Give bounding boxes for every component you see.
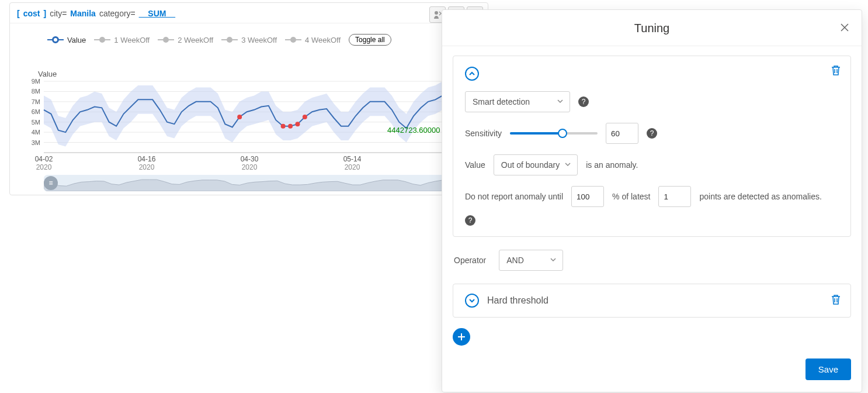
chart-plot: 3M4M5M6M7M8M9M xyxy=(26,78,470,156)
detection-method-select[interactable]: Smart detection xyxy=(465,91,570,112)
svg-text:9M: 9M xyxy=(32,78,40,85)
metric-chart-card: [ cost ] city= Manila category= __SUM__ … xyxy=(9,2,488,195)
svg-text:4M: 4M xyxy=(32,129,40,136)
boundary-select[interactable]: Out of boundary xyxy=(494,154,578,175)
delete-icon[interactable] xyxy=(831,64,841,78)
legend-dot-icon xyxy=(285,36,301,43)
svg-text:8M: 8M xyxy=(32,88,40,95)
legend-label: 2 WeekOff xyxy=(178,36,213,44)
sensitivity-input[interactable] xyxy=(606,123,638,144)
dim-category-value[interactable]: __SUM__ xyxy=(139,9,175,18)
x-tick: 04-022020 xyxy=(35,155,53,171)
legend-item-1weekoff[interactable]: 1 WeekOff xyxy=(94,36,150,44)
legend-item-2weekoff[interactable]: 2 WeekOff xyxy=(158,36,213,44)
range-handle-left[interactable]: ≡ xyxy=(44,176,58,190)
x-tick: 04-162020 xyxy=(138,155,156,171)
report-points-input[interactable] xyxy=(658,186,691,207)
legend-item-4weekoff[interactable]: 4 WeekOff xyxy=(285,36,341,44)
metric-bracket: [ xyxy=(17,9,20,18)
help-icon[interactable]: ? xyxy=(578,96,589,107)
smart-detection-section: Smart detection ? Sensitivity ? Va xyxy=(453,56,851,237)
tuning-panel: Tuning Smart detection ? xyxy=(442,9,862,392)
hard-threshold-section: Hard threshold xyxy=(453,284,851,318)
collapse-button[interactable] xyxy=(465,67,479,81)
operator-label: Operator xyxy=(454,256,486,265)
svg-point-17 xyxy=(237,115,242,119)
add-condition-button[interactable] xyxy=(453,328,470,346)
chart-header: [ cost ] city= Manila category= __SUM__ xyxy=(10,3,488,23)
chart-legend: Value 1 WeekOff 2 WeekOff 3 WeekOff 4 We… xyxy=(10,23,488,46)
hard-threshold-title: Hard threshold xyxy=(487,295,548,306)
legend-label: 4 WeekOff xyxy=(305,36,341,44)
select-value: Out of boundary xyxy=(501,160,560,170)
legend-dot-icon xyxy=(94,36,110,43)
time-range-slider[interactable]: ≡ xyxy=(44,175,481,191)
svg-text:5M: 5M xyxy=(32,119,40,126)
select-value: Smart detection xyxy=(473,97,530,106)
legend-dot-icon xyxy=(47,36,64,43)
x-tick: 04-302020 xyxy=(241,155,259,171)
svg-point-21 xyxy=(303,115,307,119)
dim-city-label: city= xyxy=(50,9,67,18)
svg-text:6M: 6M xyxy=(32,108,40,115)
dim-category-label: category= xyxy=(99,9,136,18)
select-value: AND xyxy=(506,256,524,265)
report-pct-input[interactable] xyxy=(571,186,604,207)
legend-label: Value xyxy=(67,36,86,44)
chevron-down-icon xyxy=(550,256,557,265)
report-text-mid: % of latest xyxy=(612,192,650,201)
legend-label: 1 WeekOff xyxy=(114,36,150,44)
value-label: Value xyxy=(465,160,485,170)
sensitivity-label: Sensitivity xyxy=(465,129,502,138)
svg-point-20 xyxy=(295,122,300,126)
help-icon[interactable]: ? xyxy=(647,128,657,139)
hover-tooltip-value: 4442723.60000 xyxy=(387,126,440,135)
svg-point-18 xyxy=(281,124,286,129)
operator-row: Operator AND xyxy=(454,250,850,271)
svg-point-0 xyxy=(435,11,438,15)
help-icon[interactable]: ? xyxy=(465,215,475,226)
save-button[interactable]: Save xyxy=(805,358,851,380)
legend-dot-icon xyxy=(158,36,174,43)
chevron-down-icon xyxy=(557,97,564,106)
dim-city-value[interactable]: Manila xyxy=(70,9,96,18)
delete-icon[interactable] xyxy=(831,294,841,308)
legend-dot-icon xyxy=(221,36,238,43)
expand-button[interactable] xyxy=(465,294,479,308)
chevron-down-icon xyxy=(564,160,571,170)
metric-bracket-close: ] xyxy=(43,9,46,18)
report-text-post: points are detected as anomalies. xyxy=(699,192,821,201)
svg-point-19 xyxy=(288,124,293,129)
metric-name[interactable]: cost xyxy=(23,9,40,18)
tuning-title: Tuning xyxy=(473,22,831,35)
tuning-body: Smart detection ? Sensitivity ? Va xyxy=(442,46,862,392)
legend-label: 3 WeekOff xyxy=(241,36,277,44)
report-text-pre: Do not report anomaly until xyxy=(465,192,563,201)
tuning-header: Tuning xyxy=(442,10,862,46)
sensitivity-slider[interactable] xyxy=(510,127,598,139)
slider-thumb[interactable] xyxy=(558,129,567,138)
operator-select[interactable]: AND xyxy=(499,250,563,271)
svg-text:3M: 3M xyxy=(32,139,40,146)
y-axis-title: Value xyxy=(38,70,57,78)
legend-item-value[interactable]: Value xyxy=(47,36,86,44)
is-anomaly-text: is an anomaly. xyxy=(586,160,638,170)
legend-item-3weekoff[interactable]: 3 WeekOff xyxy=(221,36,277,44)
close-icon[interactable] xyxy=(831,23,849,34)
toggle-all-button[interactable]: Toggle all xyxy=(349,34,391,46)
svg-text:7M: 7M xyxy=(32,98,40,105)
x-tick: 05-142020 xyxy=(343,155,362,171)
